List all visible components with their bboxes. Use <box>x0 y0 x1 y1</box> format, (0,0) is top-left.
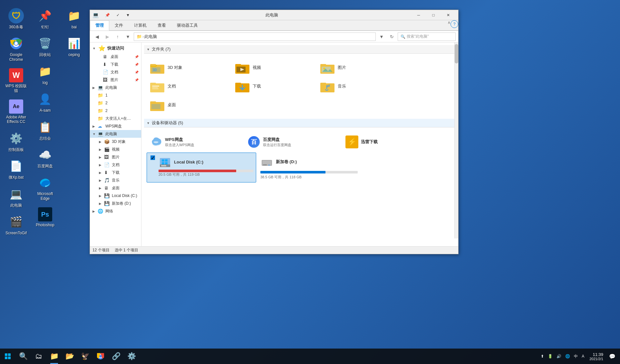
nav-back-button[interactable]: ◀ <box>92 32 102 41</box>
sidebar-item-docs1[interactable]: 📄 文档 📌 <box>90 68 141 76</box>
ribbon-tab-drivertool[interactable]: 驱动器工具 <box>171 20 203 31</box>
desktop-icon-controlpanel[interactable]: ⚙️ 控制面板 <box>3 129 29 154</box>
desktop-icon-asam[interactable]: 👤 A-sam <box>32 90 58 114</box>
sidebar-item-folder1[interactable]: 📁 1 <box>90 91 141 99</box>
taskbar-explorer2-icon[interactable]: 📂 <box>62 349 77 364</box>
desktop-icon-log[interactable]: 📁 log <box>32 62 58 87</box>
nav-forward-button[interactable]: ▶ <box>103 32 112 41</box>
taskbar-lang-2[interactable]: A <box>580 353 586 359</box>
sidebar-item-cdrive[interactable]: ▶ 💾 Local Disk (C:) <box>90 192 141 200</box>
sidebar-item-pics1[interactable]: 🖼 图片 📌 <box>90 76 141 84</box>
drive-header-thunder: ⚡ 迅雷下载 <box>345 135 436 148</box>
drive-item-baidu[interactable]: 百 百度网盘 双击运行百度网盘 <box>245 133 341 151</box>
folders-expand-icon[interactable]: ▼ <box>147 48 150 51</box>
sidebar-item-download2[interactable]: ▶ ⬇ 下载 <box>90 169 141 176</box>
sidebar-quick-access[interactable]: ▼ ⭐ 快速访问 <box>90 44 141 53</box>
sidebar-item-network[interactable]: ▶ 🌐 网络 <box>90 207 141 215</box>
maximize-button[interactable]: □ <box>426 10 441 20</box>
sidebar-item-wpscloud[interactable]: ▶ ☁ WPS网盘 <box>90 122 141 130</box>
ribbon-chevron[interactable]: ∧ <box>448 20 450 30</box>
address-path[interactable]: 📁 › 此电脑 <box>134 33 376 41</box>
desktop-icon-recycle[interactable]: 🗑️ 回收站 <box>32 34 58 59</box>
taskbar-taskview-icon[interactable]: 🗂 <box>31 349 46 364</box>
ribbon-help-button[interactable]: ? <box>450 20 458 28</box>
start-button[interactable] <box>0 349 15 364</box>
desktop-icon-screentogif[interactable]: 🎬 ScreenToGif <box>3 212 29 237</box>
minimize-button[interactable]: ─ <box>411 10 426 20</box>
sidebar-item-ddrive[interactable]: ▶ 💾 新加卷 (D:) <box>90 200 141 207</box>
taskbar-lang-1[interactable]: 中 <box>573 353 579 360</box>
address-dropdown-button[interactable]: ▼ <box>377 32 386 41</box>
ribbon-tab-view[interactable]: 查看 <box>152 20 171 31</box>
taskbar-search-icon[interactable]: 🔍 <box>15 349 31 364</box>
desktop-icon-chrome[interactable]: GoogleChrome <box>3 34 29 63</box>
sidebar-item-video[interactable]: ▶ 🎬 视频 <box>90 145 141 153</box>
desktop-icon-baidunetdisk[interactable]: ☁️ 百度网盘 <box>32 145 58 170</box>
sidebar-item-desktop1[interactable]: 🖥 桌面 📌 <box>90 53 141 61</box>
taskbar-volume-icon[interactable]: 🔊 <box>555 353 563 359</box>
search-box[interactable]: 🔍 搜索"此电脑" <box>398 33 456 41</box>
sidebar-item-folder4[interactable]: 📁 大变活人+在线B <box>90 115 141 122</box>
ribbon-tab-computer[interactable]: 计算机 <box>129 20 152 31</box>
ribbon-tab-manage[interactable]: 管理 <box>90 20 109 31</box>
refresh-button[interactable]: ↻ <box>387 32 396 41</box>
tab-pin[interactable]: 📌 <box>102 12 113 18</box>
cdrive-checkbox[interactable]: ✓ <box>150 155 155 160</box>
taskbar-fileexplorer-icon[interactable]: 📁 <box>46 349 62 364</box>
content-scrollbar-thumb[interactable] <box>455 44 458 63</box>
sidebar-item-pics2[interactable]: ▶ 🖼 图片 <box>90 153 141 161</box>
desktop-icon-thispc[interactable]: 💻 此电脑 <box>3 185 29 209</box>
taskbar-clock[interactable]: 11:39 2021/2/1 <box>587 352 606 361</box>
desktop-icon-zongjie[interactable]: 📋 总结会 <box>32 118 58 142</box>
sidebar-item-3dobj[interactable]: ▶ 📦 3D 对象 <box>90 138 141 145</box>
taskbar-settings-icon[interactable]: ⚙️ <box>124 349 139 364</box>
sidebar-item-thispc1[interactable]: ▶ 💻 此电脑 <box>90 84 141 91</box>
desktop-icon-msedge[interactable]: MicrosoftEdge <box>32 173 58 202</box>
drive-icon-cdrive <box>159 155 171 168</box>
desktop-icon-nail[interactable]: 📌 钉钉 <box>32 6 58 31</box>
docs1-icon: 📄 <box>103 70 109 75</box>
tab-check[interactable]: ✓ <box>113 12 122 18</box>
nav-up-button[interactable]: ↑ <box>113 32 122 41</box>
close-button[interactable]: ✕ <box>441 10 456 20</box>
folder-item-downloads[interactable]: 下载 <box>232 78 315 95</box>
taskbar-tray-2[interactable]: 🔋 <box>547 353 554 359</box>
tab-arrow[interactable]: ▼ <box>123 12 133 18</box>
desktop-icon-ae[interactable]: Ae Adobe AfterEffects CC <box>3 98 29 126</box>
desktop-icon-wps[interactable]: W WPS 校园版 猫 <box>3 67 29 95</box>
drive-icon-thunder: ⚡ <box>345 135 358 148</box>
folder-item-3d[interactable]: 3D 3D 对象 <box>147 59 230 76</box>
sidebar-item-desktop2[interactable]: ▶ 🖥 桌面 <box>90 184 141 192</box>
sidebar-item-thispc-selected[interactable]: ▼ 💻 此电脑 <box>90 130 141 138</box>
drives-expand-icon[interactable]: ▼ <box>147 121 150 125</box>
desktop-icon-ps[interactable]: Ps Photoshop <box>32 206 58 229</box>
desktop-icon-360[interactable]: 🛡 360杀毒 <box>3 6 29 31</box>
desktop-icon-bai[interactable]: 📁 bai <box>61 6 87 31</box>
taskbar-network-icon[interactable]: 🔗 <box>108 349 124 364</box>
desktop-icon-ceping[interactable]: 📊 ceping <box>61 34 87 59</box>
content-scrollbar[interactable] <box>454 42 458 238</box>
folder-item-pictures[interactable]: 图片 <box>317 59 401 76</box>
sidebar-item-download1[interactable]: ⬇ 下载 📌 <box>90 61 141 68</box>
notification-center-button[interactable]: 💬 <box>607 349 617 364</box>
taskbar-app-icon[interactable]: 🦅 <box>77 349 93 364</box>
drive-item-thunder[interactable]: ⚡ 迅雷下载 <box>343 133 439 151</box>
taskbar-tray-1[interactable]: ⬆ <box>539 353 545 359</box>
sidebar-item-docs2[interactable]: ▶ 📄 文档 <box>90 161 141 169</box>
folder-item-documents[interactable]: 文档 <box>147 78 230 95</box>
sidebar-item-music[interactable]: ▶ 🎵 音乐 <box>90 176 141 184</box>
folder-item-video[interactable]: 视频 <box>232 59 315 76</box>
desktop-icon-weixpbat[interactable]: 📄 微Xp.bat <box>3 157 29 181</box>
taskbar-chrome-icon[interactable] <box>93 349 108 364</box>
drive-item-wps[interactable]: WPS网盘 双击进入WPS网盘 <box>147 133 243 151</box>
svg-rect-45 <box>8 357 11 359</box>
drive-item-cdrive[interactable]: ✓ <box>147 153 256 182</box>
nav-recent-button[interactable]: ▼ <box>123 32 132 41</box>
folder-item-desktop[interactable]: 桌面 <box>147 96 230 114</box>
folder-item-music[interactable]: 音乐 <box>317 78 401 95</box>
sidebar-item-folder2[interactable]: 📁 2 <box>90 99 141 107</box>
drive-item-ddrive[interactable]: 新加卷 (D:) 38.5 GB 可用，共 118 GB <box>257 153 361 182</box>
sidebar-item-folder3[interactable]: 📁 2 <box>90 107 141 115</box>
ribbon-tab-file[interactable]: 文件 <box>109 20 129 31</box>
taskbar-network-tray-icon[interactable]: 🌐 <box>564 353 571 359</box>
